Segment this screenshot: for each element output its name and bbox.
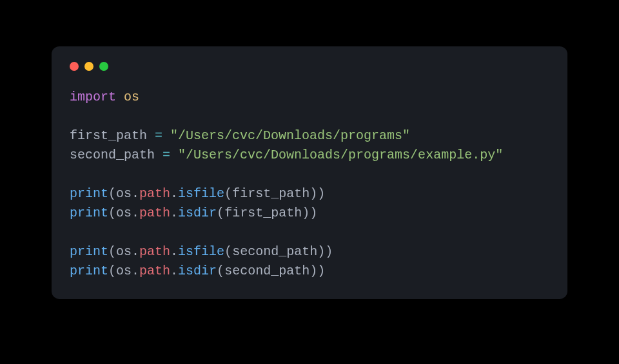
code-line — [70, 107, 549, 126]
code-token-punct: . — [170, 244, 178, 259]
code-token-punct: ( — [217, 263, 224, 278]
code-token-punct: . — [132, 244, 139, 259]
code-token-punct: . — [132, 263, 139, 278]
code-token-module: os — [124, 90, 139, 104]
code-token-func: print — [70, 244, 108, 259]
code-token-attr: path — [139, 244, 170, 259]
code-token-op: = — [162, 148, 170, 162]
code-token-ident: second_path — [224, 263, 310, 278]
code-token-func: print — [70, 263, 108, 278]
close-icon[interactable] — [70, 62, 79, 71]
code-token-punct: . — [170, 206, 178, 220]
code-token-punct: ( — [108, 244, 116, 259]
code-token-op: = — [155, 128, 162, 143]
code-token-punct: . — [132, 186, 139, 201]
code-token-ident: first_path — [224, 206, 302, 220]
code-line — [70, 165, 549, 184]
code-block: import os first_path = "/Users/cvc/Downl… — [70, 88, 549, 281]
code-window: import os first_path = "/Users/cvc/Downl… — [52, 46, 567, 299]
code-token-ident: os — [116, 263, 132, 278]
code-token-punct: )) — [310, 263, 325, 278]
code-line: print(os.path.isfile(second_path)) — [70, 242, 549, 262]
code-token-punct: ( — [224, 244, 232, 259]
code-token-attr: path — [139, 263, 170, 278]
minimize-icon[interactable] — [84, 62, 93, 71]
code-token-punct: )) — [317, 244, 333, 259]
code-token-ident: os — [116, 186, 132, 201]
code-token-punct: ( — [217, 206, 224, 220]
code-token-ident — [162, 128, 170, 143]
code-token-punct: ( — [108, 186, 116, 201]
code-line: print(os.path.isdir(first_path)) — [70, 204, 549, 223]
code-token-func: isdir — [178, 206, 217, 220]
code-token-string: "/Users/cvc/Downloads/programs/example.p… — [178, 148, 503, 162]
code-token-keyword: import — [70, 90, 116, 104]
code-line: print(os.path.isfile(first_path)) — [70, 184, 549, 204]
code-token-ident — [170, 148, 178, 162]
window-controls — [70, 62, 549, 71]
code-token-punct: . — [132, 206, 139, 220]
code-token-punct: ( — [108, 206, 116, 220]
code-token-ident — [116, 90, 124, 104]
code-token-ident: second_path — [70, 148, 162, 162]
code-token-ident: first_path — [70, 128, 155, 143]
code-token-attr: path — [139, 206, 170, 220]
code-token-punct: )) — [310, 186, 325, 201]
code-line: import os — [70, 88, 549, 107]
code-token-ident: second_path — [232, 244, 317, 259]
code-token-punct: )) — [302, 206, 317, 220]
code-token-ident: os — [116, 244, 132, 259]
code-token-ident: first_path — [232, 186, 310, 201]
maximize-icon[interactable] — [99, 62, 108, 71]
code-token-func: isdir — [178, 263, 217, 278]
code-token-punct: . — [170, 186, 178, 201]
code-token-ident: os — [116, 206, 132, 220]
code-token-func: isfile — [178, 186, 224, 201]
code-token-func: print — [70, 186, 108, 201]
code-token-punct: . — [170, 263, 178, 278]
code-token-attr: path — [139, 186, 170, 201]
code-token-string: "/Users/cvc/Downloads/programs" — [170, 128, 410, 143]
code-token-punct: ( — [224, 186, 232, 201]
code-token-func: print — [70, 206, 108, 220]
code-line — [70, 223, 549, 242]
code-line: first_path = "/Users/cvc/Downloads/progr… — [70, 126, 549, 146]
code-token-punct: ( — [108, 263, 116, 278]
code-line: second_path = "/Users/cvc/Downloads/prog… — [70, 146, 549, 165]
code-line: print(os.path.isdir(second_path)) — [70, 262, 549, 281]
code-token-func: isfile — [178, 244, 224, 259]
